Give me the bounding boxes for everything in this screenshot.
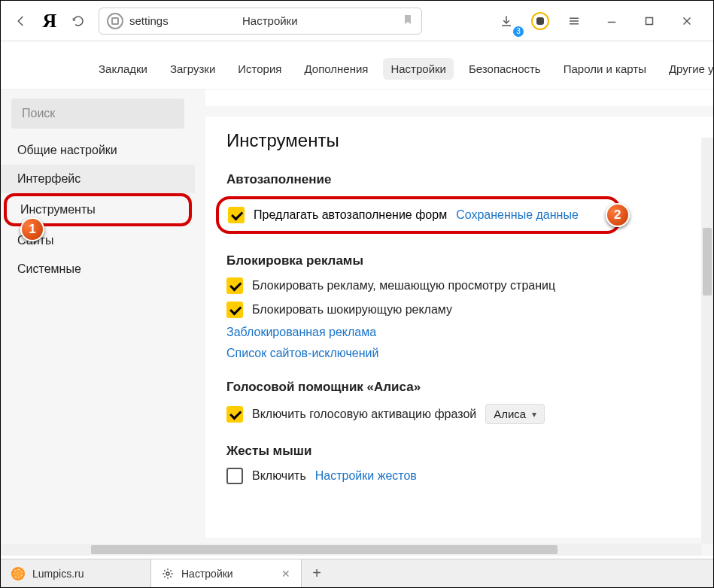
browser-tab-settings[interactable]: Настройки ✕ [151, 559, 302, 587]
browser-tab-lumpics[interactable]: Lumpics.ru [1, 559, 151, 587]
settings-sidebar: Поиск Общие настройки Интерфейс Инструме… [1, 89, 195, 556]
checkbox-block-shocking[interactable] [226, 302, 243, 318]
browser-tab-label: Lumpics.ru [32, 568, 84, 580]
address-title: Настройки [242, 14, 298, 27]
section-heading-autofill: Автозаполнение [226, 172, 713, 187]
sidebar-item-general[interactable]: Общие настройки [1, 136, 195, 165]
toptab-downloads[interactable]: Загрузки [163, 58, 223, 80]
toptab-security[interactable]: Безопасность [461, 58, 548, 80]
horizontal-scrollbar[interactable] [1, 544, 701, 556]
section-heading-mouse: Жесты мыши [226, 444, 713, 459]
new-tab-button[interactable]: + [302, 559, 332, 587]
toptab-settings[interactable]: Настройки [383, 58, 454, 80]
toptab-bookmarks[interactable]: Закладки [91, 58, 155, 80]
select-alice-phrase[interactable]: Алиса [485, 404, 545, 424]
annotation-callout-2: 2 [606, 203, 630, 227]
autofill-row-highlight: Предлагать автозаполнение форм Сохраненн… [216, 196, 621, 234]
sidebar-item-system[interactable]: Системные [1, 255, 195, 283]
checkbox-mouse-gestures[interactable] [226, 468, 243, 484]
toptab-passwords[interactable]: Пароли и карты [556, 58, 654, 80]
section-heading-adblock: Блокировка рекламы [226, 253, 713, 268]
window-close-button[interactable] [674, 8, 700, 34]
yandex-logo-icon[interactable]: Я [37, 8, 62, 34]
checkbox-mouse-gestures-label: Включить [252, 469, 306, 483]
link-gesture-settings[interactable]: Настройки жестов [315, 469, 417, 483]
vertical-scrollbar[interactable] [701, 138, 713, 544]
browser-tab-label: Настройки [181, 568, 233, 580]
settings-main: Поиск Общие настройки Интерфейс Инструме… [1, 89, 713, 556]
checkbox-block-shocking-label: Блокировать шокирующую рекламу [252, 303, 452, 317]
menu-button[interactable] [561, 8, 587, 34]
toptab-devices[interactable]: Другие устройства [661, 58, 714, 80]
toptab-extensions[interactable]: Дополнения [296, 58, 375, 80]
window-minimize-button[interactable] [599, 8, 624, 34]
browser-tab-strip: Lumpics.ru Настройки ✕ + [1, 559, 713, 587]
gear-icon [162, 568, 174, 580]
address-bar[interactable]: settings Настройки [99, 8, 422, 35]
settings-content: Инструменты Автозаполнение Предлагать ав… [195, 89, 713, 556]
settings-top-tabs: Закладки Загрузки История Дополнения Нас… [1, 41, 713, 89]
browser-toolbar: Я settings Настройки 3 [1, 1, 713, 41]
checkbox-block-annoying[interactable] [226, 277, 243, 294]
reload-button[interactable] [65, 8, 91, 34]
extension-icon[interactable] [531, 12, 549, 30]
svg-point-7 [166, 572, 169, 575]
link-saved-data[interactable]: Сохраненные данные [456, 208, 579, 222]
checkbox-alice-voice[interactable] [226, 406, 243, 423]
link-blocked-ads[interactable]: Заблокированная реклама [226, 326, 376, 339]
window-maximize-button[interactable] [637, 8, 662, 34]
downloads-button[interactable]: 3 [494, 8, 519, 34]
search-placeholder: Поиск [22, 107, 55, 120]
site-favicon-icon [107, 13, 123, 29]
checkbox-alice-voice-label: Включить голосовую активацию фразой [252, 408, 476, 421]
checkbox-block-annoying-label: Блокировать рекламу, мешающую просмотру … [252, 279, 555, 292]
checkbox-autofill-label: Предлагать автозаполнение форм [254, 208, 447, 222]
annotation-callout-1: 1 [20, 217, 44, 241]
address-slug: settings [129, 14, 169, 27]
svg-rect-4 [646, 17, 653, 24]
toptab-history[interactable]: История [230, 58, 289, 80]
back-button[interactable] [8, 8, 34, 34]
section-heading-alice: Голосовой помощник «Алиса» [226, 380, 713, 395]
sidebar-item-interface[interactable]: Интерфейс [1, 165, 195, 193]
page-title: Инструменты [226, 130, 713, 151]
link-exclusion-list[interactable]: Список сайтов-исключений [226, 347, 378, 360]
lumpics-favicon-icon [11, 567, 25, 580]
sidebar-search[interactable]: Поиск [11, 99, 184, 129]
downloads-badge: 3 [513, 26, 524, 37]
bookmark-icon[interactable] [402, 14, 414, 29]
checkbox-autofill[interactable] [228, 207, 245, 223]
tab-close-icon[interactable]: ✕ [281, 568, 290, 580]
